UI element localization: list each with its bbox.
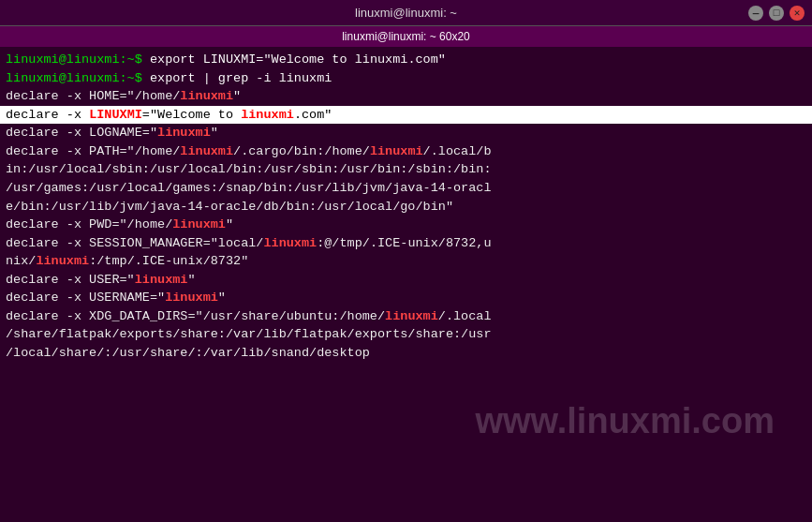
close-button[interactable]: ✕ (790, 6, 805, 21)
window-title: linuxmi@linuxmi: ~ (355, 6, 457, 20)
terminal-area[interactable]: linuxmi@linuxmi:~$ export LINUXMI="Welco… (0, 47, 812, 522)
terminal-line-13: declare -x USER="linuxmi" (6, 271, 806, 290)
maximize-button[interactable]: □ (769, 6, 784, 21)
cmd-2: export | grep -i linuxmi (150, 71, 332, 85)
title-bar: linuxmi@linuxmi: ~ — □ ✕ (0, 0, 812, 26)
terminal-line-16: /share/flatpak/exports/share:/var/lib/fl… (6, 325, 806, 344)
prompt-2: linuxmi@linuxmi:~$ (6, 71, 150, 85)
terminal-line-1: linuxmi@linuxmi:~$ export LINUXMI="Welco… (6, 51, 806, 69)
terminal-line-8: /usr/games:/usr/local/games:/snap/bin:/u… (6, 179, 806, 198)
window-controls: — □ ✕ (748, 6, 805, 21)
terminal-line-10: declare -x PWD="/home/linuxmi" (6, 216, 806, 234)
terminal-line-14: declare -x USERNAME="linuxmi" (6, 289, 806, 307)
terminal-line-6: declare -x PATH="/home/linuxmi/.cargo/bi… (6, 142, 806, 161)
terminal-line-4-highlighted: declare -x LINUXMI="Welcome to linuxmi.c… (0, 106, 812, 125)
terminal-line-15: declare -x XDG_DATA_DIRS="/usr/share/ubu… (6, 307, 806, 326)
terminal-line-17: /local/share/:/usr/share/:/var/lib/snand… (6, 344, 806, 363)
terminal-line-7: in:/usr/local/sbin:/usr/local/bin:/usr/s… (6, 160, 806, 179)
prompt-1: linuxmi@linuxmi:~$ (6, 52, 150, 67)
terminal-line-12: nix/linuxmi:/tmp/.ICE-unix/8732" (6, 252, 806, 271)
minimize-button[interactable]: — (748, 6, 763, 21)
watermark: www.linuxmi.com (475, 395, 775, 447)
terminal-line-9: e/bin:/usr/lib/jvm/java-14-oracle/db/bin… (6, 198, 806, 216)
terminal-line-11: declare -x SESSION_MANAGER="local/linuxm… (6, 234, 806, 253)
terminal-line-5: declare -x LOGNAME="linuxmi" (6, 124, 806, 142)
terminal-line-3: declare -x HOME="/home/linuxmi" (6, 87, 806, 106)
tab-title: linuxmi@linuxmi: ~ 60x20 (342, 30, 470, 43)
cmd-1: export LINUXMI="Welcome to linuxmi.com" (150, 52, 446, 67)
terminal-line-2: linuxmi@linuxmi:~$ export | grep -i linu… (6, 69, 806, 88)
tab-bar: linuxmi@linuxmi: ~ 60x20 (0, 26, 812, 47)
